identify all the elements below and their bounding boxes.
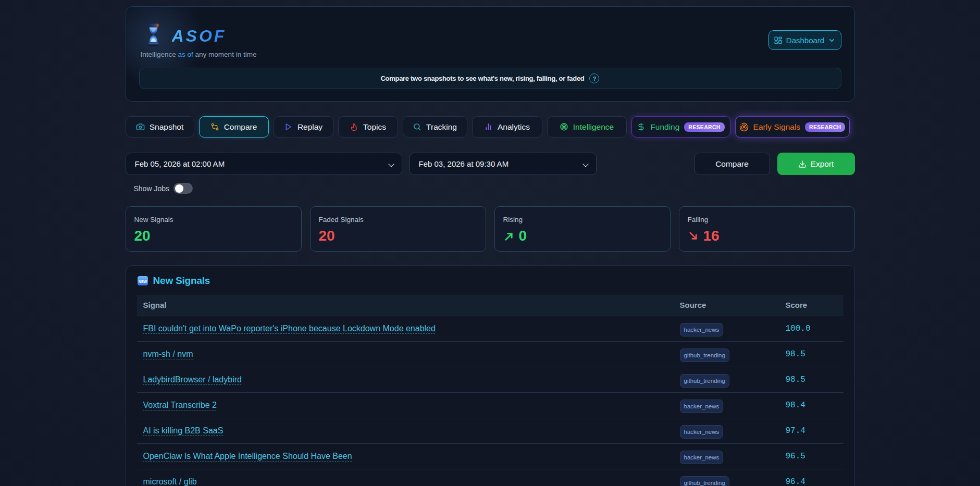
svg-text:NEW: NEW: [138, 280, 147, 283]
